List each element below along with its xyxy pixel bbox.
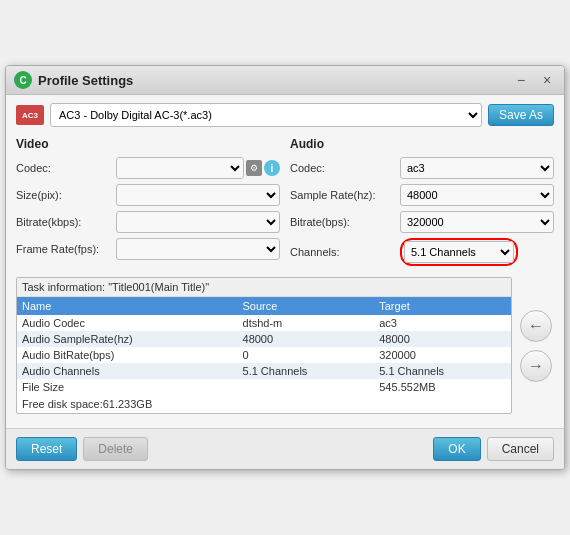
video-bitrate-select[interactable]	[116, 211, 280, 233]
audio-codec-controls: ac3	[400, 157, 554, 179]
ok-button[interactable]: OK	[433, 437, 480, 461]
titlebar: C Profile Settings − ×	[6, 66, 564, 95]
navigation-arrows: ← →	[518, 277, 554, 414]
table-cell: File Size	[17, 379, 238, 395]
col-source-header: Source	[238, 297, 375, 315]
audio-codec-select[interactable]: ac3	[400, 157, 554, 179]
profile-select[interactable]: AC3 - Dolby Digital AC-3(*.ac3)	[50, 103, 482, 127]
video-size-controls	[116, 184, 280, 206]
table-cell: ac3	[374, 315, 511, 331]
video-size-select[interactable]	[116, 184, 280, 206]
table-cell: 5.1 Channels	[238, 363, 375, 379]
close-button[interactable]: ×	[538, 71, 556, 89]
audio-bitrate-controls: 320000	[400, 211, 554, 233]
audio-bitrate-select[interactable]: 320000	[400, 211, 554, 233]
reset-button[interactable]: Reset	[16, 437, 77, 461]
table-cell: 320000	[374, 347, 511, 363]
left-buttons: Reset Delete	[16, 437, 148, 461]
audio-samplerate-select[interactable]: 48000	[400, 184, 554, 206]
task-title: Task information: "Title001(Main Title)"	[17, 278, 511, 297]
table-row: File Size545.552MB	[17, 379, 511, 395]
video-codec-label: Codec:	[16, 162, 116, 174]
back-button[interactable]: ←	[520, 310, 552, 342]
table-row: Audio Channels5.1 Channels5.1 Channels	[17, 363, 511, 379]
right-buttons: OK Cancel	[433, 437, 554, 461]
table-row: Audio Codecdtshd-mac3	[17, 315, 511, 331]
col-name-header: Name	[17, 297, 238, 315]
profile-settings-window: C Profile Settings − × AC3 AC3 - Dolby D…	[5, 65, 565, 470]
audio-samplerate-controls: 48000	[400, 184, 554, 206]
video-framerate-select[interactable]	[116, 238, 280, 260]
table-cell	[238, 379, 375, 395]
profile-format-icon: AC3	[16, 105, 44, 125]
minimize-button[interactable]: −	[512, 71, 530, 89]
window-controls: − ×	[512, 71, 556, 89]
audio-bitrate-row: Bitrate(bps): 320000	[290, 211, 554, 233]
video-framerate-controls	[116, 238, 280, 260]
main-content: AC3 AC3 - Dolby Digital AC-3(*.ac3) Save…	[6, 95, 564, 422]
delete-button[interactable]: Delete	[83, 437, 148, 461]
gear-icon[interactable]: ⚙	[246, 160, 262, 176]
video-codec-controls: ⚙ i	[116, 157, 280, 179]
audio-samplerate-row: Sample Rate(hz): 48000	[290, 184, 554, 206]
profile-row: AC3 AC3 - Dolby Digital AC-3(*.ac3) Save…	[16, 103, 554, 127]
table-cell: 5.1 Channels	[374, 363, 511, 379]
video-bitrate-row: Bitrate(kbps):	[16, 211, 280, 233]
table-cell: 48000	[238, 331, 375, 347]
video-size-row: Size(pix):	[16, 184, 280, 206]
window-title: Profile Settings	[38, 73, 512, 88]
forward-arrow-icon: →	[528, 357, 544, 375]
video-codec-row: Codec: ⚙ i	[16, 157, 280, 179]
video-section-title: Video	[16, 137, 280, 151]
video-codec-select[interactable]	[116, 157, 244, 179]
table-cell: 545.552MB	[374, 379, 511, 395]
table-cell: Audio Channels	[17, 363, 238, 379]
video-framerate-label: Frame Rate(fps):	[16, 243, 116, 255]
audio-bitrate-label: Bitrate(bps):	[290, 216, 400, 228]
audio-codec-row: Codec: ac3	[290, 157, 554, 179]
audio-section-title: Audio	[290, 137, 554, 151]
video-framerate-row: Frame Rate(fps):	[16, 238, 280, 260]
back-arrow-icon: ←	[528, 317, 544, 335]
audio-samplerate-label: Sample Rate(hz):	[290, 189, 400, 201]
video-settings: Video Codec: ⚙ i Size(pix):	[16, 137, 280, 271]
col-target-header: Target	[374, 297, 511, 315]
channels-highlight: 5.1 Channels	[400, 238, 518, 266]
table-cell: Audio SampleRate(hz)	[17, 331, 238, 347]
table-cell: Audio BitRate(bps)	[17, 347, 238, 363]
cancel-button[interactable]: Cancel	[487, 437, 554, 461]
audio-channels-select[interactable]: 5.1 Channels	[404, 241, 514, 263]
freedisk-label: Free disk space:61.233GB	[17, 395, 511, 413]
table-cell: 48000	[374, 331, 511, 347]
audio-codec-label: Codec:	[290, 162, 400, 174]
task-table: Name Source Target Audio Codecdtshd-mac3…	[17, 297, 511, 395]
table-row: Audio BitRate(bps)0320000	[17, 347, 511, 363]
save-as-button[interactable]: Save As	[488, 104, 554, 126]
task-box: Task information: "Title001(Main Title)"…	[16, 277, 512, 414]
audio-settings: Audio Codec: ac3 Sample Rate(hz): 48000	[290, 137, 554, 271]
task-area: Task information: "Title001(Main Title)"…	[16, 277, 554, 414]
table-cell: dtshd-m	[238, 315, 375, 331]
audio-channels-label: Channels:	[290, 246, 400, 258]
table-cell: Audio Codec	[17, 315, 238, 331]
settings-columns: Video Codec: ⚙ i Size(pix):	[16, 137, 554, 271]
table-cell: 0	[238, 347, 375, 363]
bottom-bar: Reset Delete OK Cancel	[6, 428, 564, 469]
video-size-label: Size(pix):	[16, 189, 116, 201]
table-header-row: Name Source Target	[17, 297, 511, 315]
video-bitrate-controls	[116, 211, 280, 233]
audio-channels-row: Channels: 5.1 Channels	[290, 238, 554, 266]
info-icon[interactable]: i	[264, 160, 280, 176]
table-row: Audio SampleRate(hz)4800048000	[17, 331, 511, 347]
video-bitrate-label: Bitrate(kbps):	[16, 216, 116, 228]
app-logo: C	[14, 71, 32, 89]
forward-button[interactable]: →	[520, 350, 552, 382]
